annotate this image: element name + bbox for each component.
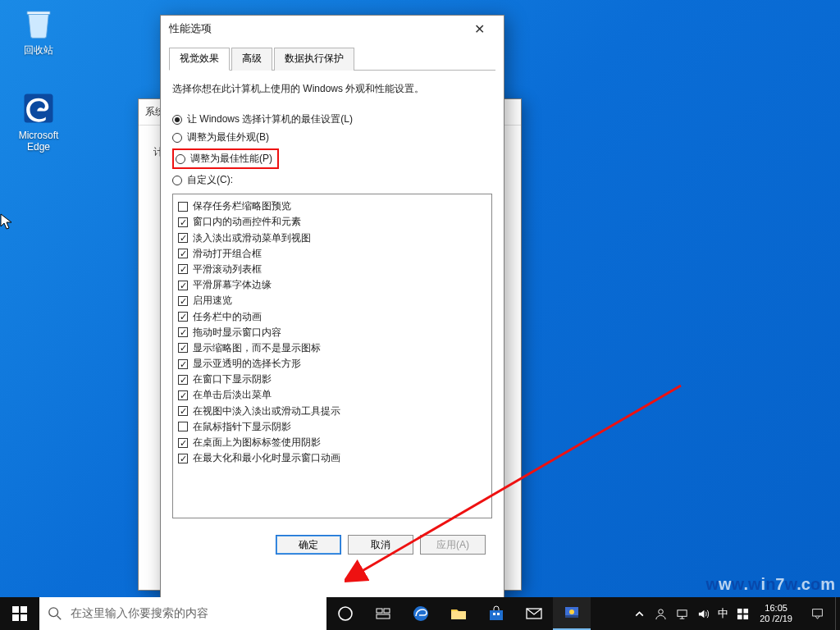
watermark: www.win7w.com — [705, 575, 835, 594]
checkbox-icon — [178, 438, 188, 448]
option-checkbox[interactable]: 在视图中淡入淡出或滑动工具提示 — [178, 404, 486, 418]
svg-rect-10 — [384, 609, 390, 613]
svg-line-7 — [57, 616, 62, 620]
edge-icon[interactable]: Microsoft Edge — [7, 90, 71, 153]
svg-point-21 — [658, 609, 663, 614]
action-center-icon[interactable] — [799, 608, 835, 620]
volume-icon[interactable] — [692, 597, 714, 630]
svg-rect-22 — [678, 609, 687, 616]
checkbox-icon — [178, 375, 188, 385]
clock-date: 20 /2/19 — [760, 614, 792, 624]
network-icon[interactable] — [671, 597, 692, 630]
search-placeholder: 在这里输入你要搜索的内容 — [71, 606, 208, 621]
tabstrip: 视觉效果 高级 数据执行保护 — [169, 47, 495, 71]
svg-rect-5 — [21, 614, 27, 621]
radio-best-appearance[interactable]: 调整为最佳外观(B) — [172, 130, 492, 144]
option-label: 显示亚透明的选择长方形 — [193, 357, 301, 371]
checkbox-icon — [178, 249, 188, 258]
close-icon[interactable]: ✕ — [463, 17, 495, 40]
option-checkbox[interactable]: 平滑屏幕字体边缘 — [178, 278, 486, 292]
taskbar-search[interactable]: 在这里输入你要搜索的内容 — [39, 597, 326, 630]
task-view-icon[interactable] — [364, 597, 402, 630]
option-checkbox[interactable]: 在最大化和最小化时显示窗口动画 — [178, 451, 486, 465]
tab-advanced[interactable]: 高级 — [231, 48, 272, 71]
cortana-icon[interactable] — [326, 597, 364, 630]
radio-custom[interactable]: 自定义(C): — [172, 173, 492, 187]
tab-visual-effects[interactable]: 视觉效果 — [169, 48, 230, 71]
option-label: 在鼠标指针下显示阴影 — [193, 420, 291, 434]
start-button[interactable] — [0, 597, 39, 630]
taskbar-clock[interactable]: 16:05 20 /2/19 — [753, 603, 799, 624]
option-checkbox[interactable]: 在桌面上为图标标签使用阴影 — [178, 436, 486, 450]
trash-icon — [21, 5, 57, 41]
checkbox-icon — [178, 422, 188, 431]
store-icon[interactable] — [477, 597, 515, 630]
system-tray: 中 16:05 20 /2/19 — [628, 597, 840, 630]
checkbox-icon — [178, 327, 188, 337]
option-checkbox[interactable]: 滑动打开组合框 — [178, 247, 486, 261]
cancel-button[interactable]: 取消 — [348, 535, 413, 555]
option-checkbox[interactable]: 在单击后淡出菜单 — [178, 388, 486, 402]
tray-chevron-up-icon[interactable] — [628, 597, 650, 630]
svg-rect-3 — [21, 606, 27, 613]
radio-let-windows-choose[interactable]: 让 Windows 选择计算机的最佳设置(L) — [172, 112, 492, 126]
tab-dep[interactable]: 数据执行保护 — [274, 48, 354, 71]
svg-rect-29 — [812, 609, 822, 615]
option-label: 淡入淡出或滑动菜单到视图 — [193, 231, 311, 245]
svg-rect-13 — [451, 611, 466, 619]
svg-rect-4 — [12, 614, 19, 621]
option-label: 滑动打开组合框 — [193, 247, 262, 261]
ime-indicator[interactable]: 中 — [714, 597, 732, 630]
svg-rect-19 — [565, 615, 578, 618]
option-label: 窗口内的动画控件和元素 — [193, 215, 301, 229]
mail-icon[interactable] — [515, 597, 553, 630]
people-icon[interactable] — [650, 597, 671, 630]
taskbar-apps — [326, 597, 591, 630]
radio-icon — [176, 154, 185, 164]
option-label: 在视图中淡入淡出或滑动工具提示 — [193, 404, 340, 418]
svg-rect-16 — [497, 613, 500, 615]
show-desktop-button[interactable] — [835, 597, 840, 630]
file-explorer-icon[interactable] — [440, 597, 477, 630]
radio-best-performance[interactable]: 调整为最佳性能(P) — [172, 148, 492, 169]
option-checkbox[interactable]: 保存任务栏缩略图预览 — [178, 199, 486, 213]
svg-rect-9 — [377, 609, 382, 613]
option-label: 在最大化和最小化时显示窗口动画 — [193, 451, 340, 465]
svg-rect-14 — [490, 610, 503, 620]
checkbox-icon — [178, 217, 188, 227]
recycle-bin-icon[interactable]: 回收站 — [7, 5, 71, 56]
edge-taskbar-icon[interactable] — [402, 597, 440, 630]
option-label: 在单击后淡出菜单 — [193, 388, 272, 402]
options-listbox[interactable]: 保存任务栏缩略图预览窗口内的动画控件和元素淡入淡出或滑动菜单到视图滑动打开组合框… — [172, 194, 492, 518]
option-checkbox[interactable]: 在鼠标指针下显示阴影 — [178, 420, 486, 434]
ok-button[interactable]: 确定 — [276, 535, 341, 555]
option-label: 拖动时显示窗口内容 — [193, 326, 281, 340]
option-checkbox[interactable]: 显示缩略图，而不是显示图标 — [178, 341, 486, 355]
desktop: 回收站 Microsoft Edge 系统 ✕ 计 要 性能选项 ✕ 视觉效果 … — [0, 0, 840, 630]
checkbox-icon — [178, 406, 188, 416]
svg-rect-15 — [493, 613, 495, 615]
option-checkbox[interactable]: 淡入淡出或滑动菜单到视图 — [178, 231, 486, 245]
option-label: 显示缩略图，而不是显示图标 — [193, 341, 321, 355]
option-label: 保存任务栏缩略图预览 — [193, 199, 291, 213]
option-label: 平滑屏幕字体边缘 — [193, 278, 272, 292]
option-checkbox[interactable]: 任务栏中的动画 — [178, 310, 486, 324]
clock-time: 16:05 — [760, 603, 792, 614]
icon-label: Microsoft Edge — [7, 130, 71, 153]
checkbox-icon — [178, 202, 188, 212]
radio-icon — [172, 115, 182, 125]
option-checkbox[interactable]: 显示亚透明的选择长方形 — [178, 357, 486, 371]
radio-label: 让 Windows 选择计算机的最佳设置(L) — [187, 112, 353, 126]
option-checkbox[interactable]: 启用速览 — [178, 294, 486, 308]
checkbox-icon — [178, 296, 188, 306]
taskbar: 在这里输入你要搜索的内容 中 16:05 20 /2/19 — [0, 597, 840, 630]
option-checkbox[interactable]: 在窗口下显示阴影 — [178, 372, 486, 386]
option-checkbox[interactable]: 窗口内的动画控件和元素 — [178, 215, 486, 229]
option-checkbox[interactable]: 拖动时显示窗口内容 — [178, 326, 486, 340]
apply-button[interactable]: 应用(A) — [420, 535, 486, 555]
annotation-highlight: 调整为最佳性能(P) — [172, 148, 279, 169]
control-panel-taskbar-icon[interactable] — [553, 597, 591, 630]
ime-mode-icon[interactable] — [732, 597, 753, 630]
option-label: 在窗口下显示阴影 — [193, 372, 272, 386]
option-checkbox[interactable]: 平滑滚动列表框 — [178, 262, 486, 276]
